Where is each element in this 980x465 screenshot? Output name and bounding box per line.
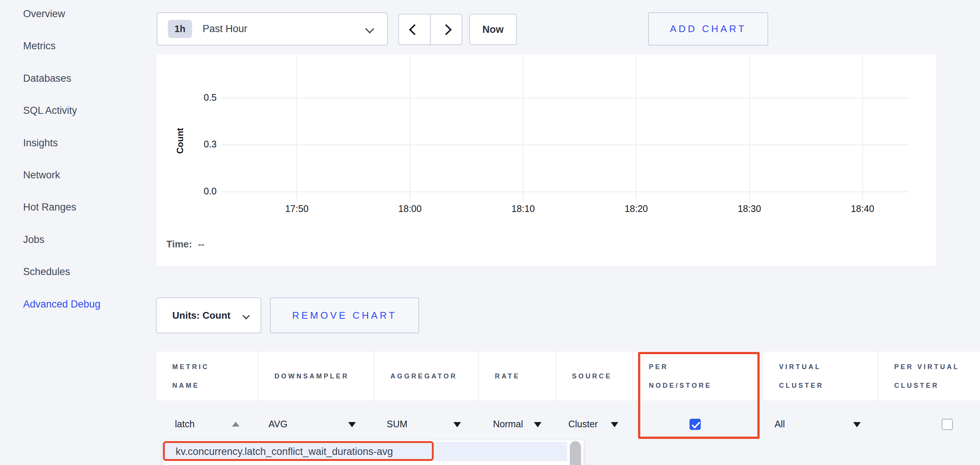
time-range-badge: 1h bbox=[168, 20, 192, 38]
gridline-h bbox=[221, 144, 909, 145]
metric-suggestion-item[interactable]: kv.concurrency.latch_conflict_wait_durat… bbox=[164, 442, 567, 461]
gridline-v bbox=[523, 55, 523, 201]
caret-down-icon[interactable] bbox=[348, 422, 356, 427]
column-header-downsampler: DOWNSAMPLER bbox=[259, 352, 373, 400]
x-axis-tick: 18:40 bbox=[851, 203, 875, 214]
column-header-source: SOURCE bbox=[556, 352, 632, 400]
column-header-per-node-store: PER NODE/STORE bbox=[633, 352, 759, 400]
gridline-v bbox=[862, 55, 863, 201]
sidebar-item-databases[interactable]: Databases bbox=[23, 73, 71, 84]
y-axis-tick: 0.5 bbox=[179, 92, 217, 103]
sidebar-item-sql-activity[interactable]: SQL Activity bbox=[23, 105, 77, 117]
caret-down-icon[interactable] bbox=[453, 422, 461, 427]
units-selector-label: Units: Count bbox=[172, 310, 231, 321]
caret-down-icon[interactable] bbox=[534, 422, 541, 427]
sidebar-item-advanced-debug[interactable]: Advanced Debug bbox=[23, 299, 100, 310]
time-range-selector[interactable]: 1h Past Hour bbox=[157, 12, 388, 46]
rate-select[interactable]: Normal bbox=[493, 419, 523, 430]
virtual-cluster-select[interactable]: All bbox=[775, 419, 785, 430]
x-axis-tick: 18:20 bbox=[625, 203, 648, 214]
caret-down-icon[interactable] bbox=[611, 422, 618, 427]
units-selector[interactable]: Units: Count bbox=[156, 297, 261, 333]
per-node-store-checkbox[interactable] bbox=[689, 419, 701, 430]
chevron-left-icon bbox=[409, 24, 420, 35]
per-virtual-cluster-checkbox[interactable] bbox=[942, 419, 953, 430]
chevron-down-icon bbox=[242, 312, 250, 320]
sidebar-item-insights[interactable]: Insights bbox=[23, 137, 58, 149]
aggregator-select[interactable]: SUM bbox=[387, 419, 407, 430]
chevron-down-icon bbox=[365, 24, 374, 33]
y-axis-tick: 0.3 bbox=[179, 139, 217, 150]
gridline-v bbox=[409, 55, 410, 201]
x-axis-tick: 18:00 bbox=[398, 203, 422, 214]
gridline-v bbox=[636, 55, 636, 201]
sidebar-item-hot-ranges[interactable]: Hot Ranges bbox=[23, 201, 76, 213]
downsampler-select[interactable]: AVG bbox=[269, 419, 288, 430]
time-range-label: Past Hour bbox=[202, 23, 247, 35]
time-readout-value: -- bbox=[198, 238, 204, 250]
sidebar-item-overview[interactable]: Overview bbox=[23, 8, 65, 20]
sidebar-item-schedules[interactable]: Schedules bbox=[23, 266, 70, 278]
sidebar-item-metrics[interactable]: Metrics bbox=[23, 40, 56, 52]
source-select[interactable]: Cluster bbox=[568, 419, 598, 430]
metric-suggestion-dropdown: kv.concurrency.latch_conflict_wait_durat… bbox=[163, 440, 584, 465]
gridline-v bbox=[749, 55, 750, 201]
gridline-h bbox=[221, 98, 909, 99]
y-axis-tick: 0.0 bbox=[179, 186, 217, 197]
sidebar-item-jobs[interactable]: Jobs bbox=[23, 234, 45, 246]
chart-panel: Count 0.50.30.017:5018:0018:1018:2018:30… bbox=[156, 54, 936, 267]
column-header-aggregator: AGGREGATOR bbox=[375, 352, 478, 400]
column-header-per-virtual-cluster: PER VIRTUAL CLUSTER bbox=[878, 352, 980, 400]
plot-area: 0.50.30.017:5018:0018:1018:2018:3018:40 bbox=[156, 54, 936, 267]
caret-up-icon[interactable] bbox=[232, 422, 239, 427]
column-header-virtual-cluster: VIRTUAL CLUSTER bbox=[763, 352, 877, 400]
prev-range-button[interactable] bbox=[398, 14, 430, 45]
column-header-metric-name: METRIC NAME bbox=[157, 352, 258, 400]
gridline-v bbox=[296, 55, 297, 201]
x-axis-tick: 17:50 bbox=[285, 203, 309, 214]
now-button[interactable]: Now bbox=[469, 14, 517, 45]
metric-name-input[interactable]: latch bbox=[175, 419, 195, 430]
x-axis-tick: 18:10 bbox=[512, 203, 535, 214]
time-readout: Time:-- bbox=[166, 238, 204, 250]
gridline-h bbox=[221, 192, 909, 192]
sidebar-item-network[interactable]: Network bbox=[23, 169, 60, 181]
x-axis-tick: 18:30 bbox=[738, 203, 761, 214]
chevron-right-icon bbox=[441, 24, 452, 35]
next-range-button[interactable] bbox=[430, 14, 462, 45]
time-readout-label: Time: bbox=[166, 238, 192, 250]
remove-chart-button[interactable]: REMOVE CHART bbox=[270, 297, 419, 333]
time-nav-group bbox=[398, 14, 462, 45]
caret-down-icon[interactable] bbox=[853, 422, 861, 427]
dropdown-scrollbar[interactable] bbox=[570, 441, 581, 465]
column-header-rate: RATE bbox=[479, 352, 555, 400]
add-chart-button[interactable]: ADD CHART bbox=[648, 12, 768, 46]
